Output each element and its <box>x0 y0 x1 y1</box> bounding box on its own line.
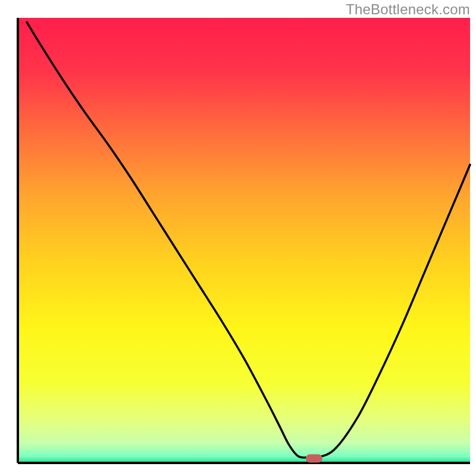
watermark-text: TheBottleneck.com <box>346 1 470 18</box>
plot-background <box>18 18 470 463</box>
chart-container: TheBottleneck.com <box>0 0 476 476</box>
bottleneck-chart <box>0 0 476 476</box>
optimal-point-marker <box>306 455 322 463</box>
